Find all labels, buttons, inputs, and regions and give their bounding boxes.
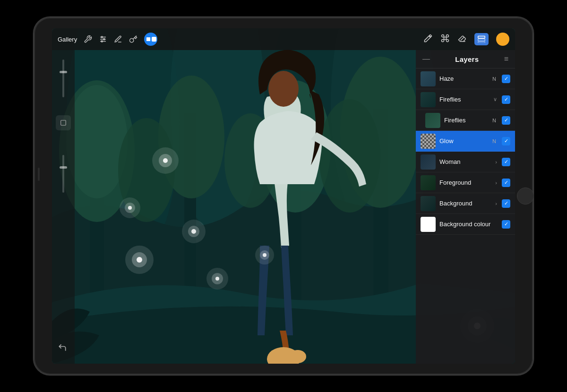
layer-item-glow[interactable]: Glow N xyxy=(416,131,515,152)
square-tool[interactable] xyxy=(56,115,71,130)
layer-check-fireflies-group[interactable] xyxy=(502,95,510,104)
layer-name-haze: Haze xyxy=(439,75,489,82)
layer-item-background-colour[interactable]: Background colour xyxy=(416,214,515,235)
wrench-icon[interactable] xyxy=(84,35,92,43)
eyedropper-icon[interactable] xyxy=(129,35,137,43)
layers-panel: — Layers ≡ Haze N Fireflies ∨ Fir xyxy=(416,50,515,364)
svg-point-17 xyxy=(268,71,299,107)
svg-point-22 xyxy=(163,158,168,163)
layer-thumb-foreground xyxy=(421,175,436,190)
layer-thumb-background-colour xyxy=(421,217,436,232)
layer-thumb-background xyxy=(421,196,436,211)
tablet-device: Gallery xyxy=(33,17,534,375)
gallery-button[interactable]: Gallery xyxy=(58,36,77,43)
layer-mode-glow: N xyxy=(492,138,496,144)
color-button[interactable] xyxy=(496,33,509,46)
svg-point-28 xyxy=(191,229,196,234)
layer-item-haze[interactable]: Haze N xyxy=(416,68,515,89)
layers-header: — Layers ≡ xyxy=(416,50,515,68)
record-button[interactable] xyxy=(144,33,157,46)
layer-mode-haze: N xyxy=(492,76,496,82)
adjust-icon[interactable] xyxy=(99,35,107,43)
layer-name-foreground: Foreground xyxy=(439,179,491,186)
pen-icon[interactable] xyxy=(423,34,433,45)
layer-thumb-glow xyxy=(421,134,436,149)
layer-name-woman: Woman xyxy=(439,158,491,165)
layer-name-glow: Glow xyxy=(439,137,489,145)
layer-check-background[interactable] xyxy=(502,199,510,208)
layers-add-icon[interactable]: ≡ xyxy=(504,55,508,63)
layer-check-fireflies[interactable] xyxy=(502,116,510,125)
layer-check-foreground[interactable] xyxy=(502,179,510,187)
svg-point-34 xyxy=(215,277,219,281)
home-button[interactable] xyxy=(517,187,534,205)
undo-button[interactable] xyxy=(58,343,67,354)
layer-chevron-woman: › xyxy=(495,159,497,165)
svg-rect-47 xyxy=(146,37,150,41)
layer-name-fireflies: Fireflies xyxy=(444,117,489,124)
layer-item-foreground[interactable]: Foreground › xyxy=(416,172,515,193)
layer-thumb-woman xyxy=(421,154,436,170)
svg-rect-49 xyxy=(478,36,485,38)
screen: Gallery xyxy=(52,28,515,364)
layer-chevron-background: › xyxy=(495,201,497,206)
left-sidebar xyxy=(52,50,75,364)
svg-point-25 xyxy=(128,206,132,210)
layer-thumb-fireflies-group xyxy=(421,92,436,107)
svg-point-16 xyxy=(319,99,380,213)
svg-rect-50 xyxy=(478,39,485,41)
side-button-left xyxy=(38,168,40,181)
svg-point-19 xyxy=(289,350,306,363)
svg-point-45 xyxy=(103,39,105,40)
layer-chevron-foreground: › xyxy=(495,180,497,186)
layer-chevron-fireflies-group: ∨ xyxy=(493,96,497,102)
eraser-icon[interactable] xyxy=(457,34,467,45)
svg-point-37 xyxy=(263,253,266,257)
layer-mode-fireflies: N xyxy=(492,118,496,123)
layer-name-fireflies-group: Fireflies xyxy=(439,96,490,103)
layer-item-fireflies-group[interactable]: Fireflies ∨ xyxy=(416,89,515,110)
svg-point-46 xyxy=(101,41,103,42)
layers-title: Layers xyxy=(455,55,479,63)
layer-item-background[interactable]: Background › xyxy=(416,193,515,214)
svg-point-31 xyxy=(137,257,142,263)
top-bar-left: Gallery xyxy=(58,33,157,46)
brush-size-slider[interactable] xyxy=(62,60,64,97)
brush-icon[interactable] xyxy=(440,34,450,45)
layer-check-woman[interactable] xyxy=(502,158,510,166)
layer-check-glow[interactable] xyxy=(502,137,510,145)
top-bar: Gallery xyxy=(52,28,515,50)
opacity-slider[interactable] xyxy=(62,155,64,193)
layer-check-haze[interactable] xyxy=(502,75,510,83)
top-bar-right xyxy=(423,33,509,46)
svg-rect-51 xyxy=(478,42,485,43)
layer-name-background-colour: Background colour xyxy=(439,221,498,228)
svg-point-10 xyxy=(66,85,128,198)
svg-rect-52 xyxy=(61,120,66,126)
layers-toggle-button[interactable] xyxy=(474,33,489,45)
layer-thumb-haze xyxy=(421,71,436,86)
smudge-icon[interactable] xyxy=(114,35,122,43)
layer-name-background: Background xyxy=(439,200,491,207)
svg-point-44 xyxy=(101,36,103,38)
layers-menu-icon[interactable]: — xyxy=(422,55,430,63)
layer-item-fireflies[interactable]: Fireflies N xyxy=(416,110,515,131)
layer-check-background-colour[interactable] xyxy=(502,220,510,229)
layer-thumb-fireflies xyxy=(425,113,440,128)
layer-item-woman[interactable]: Woman › xyxy=(416,152,515,172)
